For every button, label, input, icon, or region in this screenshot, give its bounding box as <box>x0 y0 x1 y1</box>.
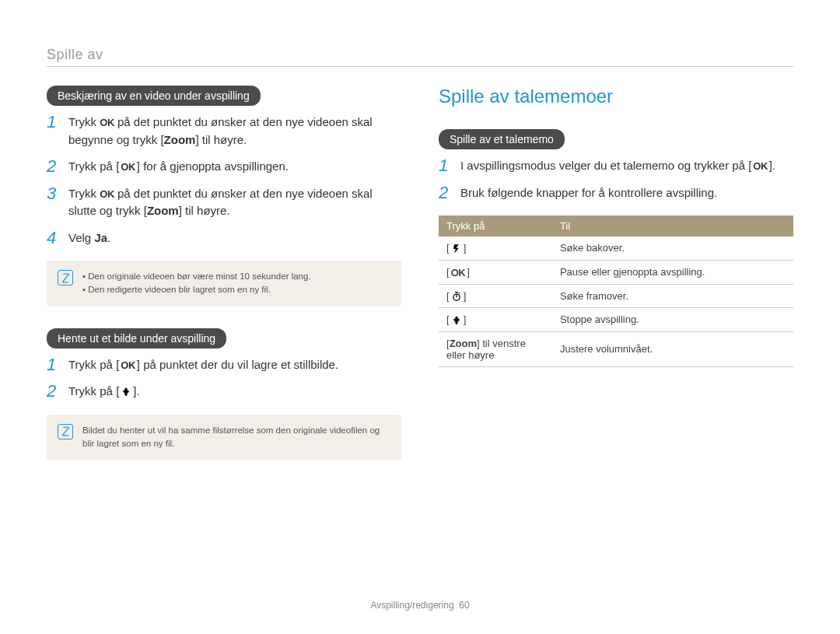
ok-icon-bracket: OK <box>748 159 772 172</box>
section-title-voice-memo: Spille av talememoer <box>439 86 793 107</box>
table-row: Stoppe avspilling. <box>439 308 793 332</box>
table-header-desc: Til <box>552 215 793 236</box>
table-row: Søke framover. <box>439 284 793 308</box>
step-item: Bruk følgende knapper for å kontrollere … <box>439 184 793 202</box>
two-column-layout: Beskjæring av en video under avspilling … <box>47 86 793 482</box>
table-header-key: Trykk på <box>439 215 552 236</box>
step-item: Trykk OK på det punktet du ønsker at den… <box>47 114 401 149</box>
note-icon <box>58 424 73 440</box>
ok-icon: OK <box>100 115 114 131</box>
ok-icon-bracket: OK <box>116 358 140 371</box>
macro-icon <box>121 387 131 398</box>
step-text: Trykk <box>68 187 100 200</box>
step-text: I avspillingsmodus velger du et talememo… <box>460 159 748 172</box>
macro-icon-bracket <box>116 384 136 398</box>
note-item: Den redigerte videoen blir lagret som en… <box>82 283 311 296</box>
footer-section: Avspilling/redigering <box>370 600 453 611</box>
step-item: Trykk OK på det punktet du ønsker at den… <box>47 185 401 220</box>
ok-icon: OK <box>451 267 466 278</box>
step-item: I avspillingsmodus velger du et talememo… <box>439 157 793 175</box>
step-text: på punktet der du vil lagre et stillbild… <box>140 358 338 371</box>
table-desc: Justere volumnivået. <box>552 331 793 366</box>
footer-page-number: 60 <box>459 600 469 611</box>
step-item: Velg Ja. <box>47 229 401 247</box>
step-text: Trykk på <box>68 159 116 173</box>
step-text: Trykk på <box>68 358 116 371</box>
step-text: ] til høyre. <box>195 133 247 146</box>
step-text: Bruk følgende knapper for å kontrollere … <box>460 186 717 199</box>
note-body: Den originale videoen bør være minst 10 … <box>82 270 311 297</box>
zoom-label: Zoom <box>164 133 196 146</box>
zoom-label: Zoom <box>450 338 477 349</box>
table-desc: Stoppe avspilling. <box>552 308 793 332</box>
table-desc: Søke framover. <box>552 284 793 308</box>
flash-icon <box>451 243 462 254</box>
confirm-label: Ja <box>94 231 107 244</box>
step-item: Trykk på . <box>47 383 401 401</box>
controls-table: Trykk på Til Søke bakover. OK Pause elle… <box>439 215 793 367</box>
section-pill-trim-video: Beskjæring av en video under avspilling <box>47 86 261 106</box>
step-text: Trykk på <box>68 384 116 398</box>
steps-play-memo: I avspillingsmodus velger du et talememo… <box>439 157 793 201</box>
ok-icon: OK <box>100 187 114 202</box>
note-body: Bildet du henter ut vil ha samme filstør… <box>82 424 390 451</box>
ok-icon: OK <box>753 159 768 174</box>
table-key: [Zoom] til venstre eller høyre <box>439 331 552 366</box>
page-title: Spille av <box>47 47 793 67</box>
page-footer: Avspilling/redigering 60 <box>0 600 840 611</box>
table-row: OK Pause eller gjenoppta avspilling. <box>439 260 793 284</box>
macro-icon <box>451 315 462 326</box>
note-icon <box>58 270 73 285</box>
section-pill-extract-image: Hente ut et bilde under avspilling <box>47 328 226 349</box>
step-text: ] til høyre. <box>179 204 230 217</box>
step-text: Velg <box>68 231 94 244</box>
zoom-label: Zoom <box>147 204 179 217</box>
table-key <box>439 236 552 260</box>
steps-extract-image: Trykk på OK på punktet der du vil lagre … <box>47 356 401 401</box>
step-item: Trykk på OK på punktet der du vil lagre … <box>47 356 401 374</box>
table-key <box>439 284 552 308</box>
table-desc: Søke bakover. <box>552 236 793 260</box>
step-text: Trykk <box>68 115 100 128</box>
table-key <box>439 308 552 332</box>
ok-icon-bracket: OK <box>116 159 140 173</box>
note-item: Den originale videoen bør være minst 10 … <box>82 270 311 283</box>
table-desc: Pause eller gjenoppta avspilling. <box>552 260 793 284</box>
ok-icon: OK <box>121 358 135 373</box>
table-key: OK <box>439 260 552 284</box>
steps-trim-video: Trykk OK på det punktet du ønsker at den… <box>47 114 401 247</box>
section-pill-play-memo: Spille av et talememo <box>439 129 565 149</box>
step-text: . <box>136 384 139 398</box>
note-box: Bildet du henter ut vil ha samme filstør… <box>47 415 401 461</box>
note-box: Den originale videoen bør være minst 10 … <box>47 261 401 306</box>
left-column: Beskjæring av en video under avspilling … <box>47 86 401 482</box>
page-content: Spille av Beskjæring av en video under a… <box>0 0 840 482</box>
table-row: Søke bakover. <box>439 236 793 260</box>
step-item: Trykk på OK for å gjenoppta avspillingen… <box>47 158 401 176</box>
right-column: Spille av talememoer Spille av et taleme… <box>439 86 793 482</box>
step-text: for å gjenoppta avspillingen. <box>140 159 289 173</box>
ok-icon: OK <box>121 159 135 175</box>
step-text: . <box>772 159 775 172</box>
step-text: . <box>107 231 110 244</box>
timer-icon <box>451 291 462 302</box>
table-row: [Zoom] til venstre eller høyre Justere v… <box>439 331 793 366</box>
